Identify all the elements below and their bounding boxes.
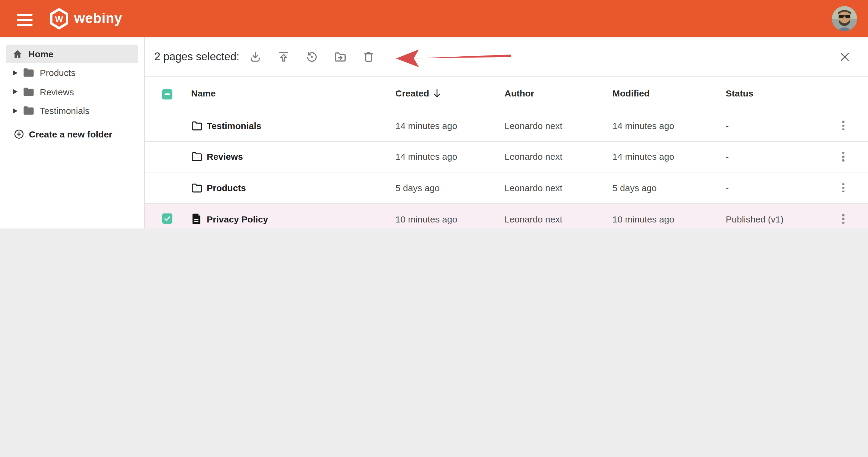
sidebar-folder-item[interactable]: Products — [0, 63, 144, 82]
close-icon — [839, 51, 850, 62]
row-modified: 10 minutes ago — [613, 214, 726, 224]
caret-right-icon[interactable] — [13, 70, 18, 75]
row-created: 14 minutes ago — [396, 121, 504, 131]
page-list-panel: 2 pages selected: — [145, 37, 868, 228]
publish-button[interactable] — [273, 47, 293, 67]
table-body: Testimonials 14 minutes ago Leonardo nex… — [145, 110, 868, 228]
row-menu-button[interactable] — [833, 178, 854, 198]
download-icon — [248, 50, 262, 64]
move-to-folder-button[interactable] — [330, 47, 350, 67]
create-folder-label: Create a new folder — [29, 129, 113, 139]
table-row[interactable]: Reviews 14 minutes ago Leonardo next 14 … — [145, 142, 868, 173]
row-name: Testimonials — [207, 121, 396, 131]
logo-letter: W — [55, 14, 63, 24]
move-to-folder-icon — [333, 50, 347, 64]
caret-right-icon[interactable] — [13, 109, 18, 113]
main-area: Home Products Reviews Testimonials — [0, 37, 868, 228]
folder-sidebar: Home Products Reviews Testimonials — [0, 37, 145, 228]
table-row[interactable]: Privacy Policy 10 minutes ago Leonardo n… — [145, 204, 868, 228]
row-menu-button[interactable] — [833, 116, 854, 136]
column-header-name[interactable]: Name — [191, 88, 396, 98]
select-all-checkbox[interactable] — [162, 89, 173, 99]
column-header-created[interactable]: Created — [396, 88, 504, 98]
table-row[interactable]: Products 5 days ago Leonardo next 5 days… — [145, 173, 868, 204]
sidebar-home-label: Home — [28, 49, 53, 59]
row-status: - — [726, 152, 833, 162]
column-header-modified[interactable]: Modified — [613, 88, 726, 98]
row-created: 14 minutes ago — [396, 152, 504, 162]
row-status: - — [726, 121, 833, 131]
row-name: Privacy Policy — [207, 214, 396, 224]
table-header: Name Created Author Modified Status — [145, 77, 868, 110]
row-menu-button[interactable] — [833, 209, 854, 228]
check-icon — [163, 214, 171, 222]
sidebar-folder-label: Reviews — [40, 87, 74, 97]
row-modified: 14 minutes ago — [613, 121, 726, 131]
folder-icon — [191, 183, 203, 193]
sort-desc-icon — [433, 89, 441, 98]
row-author: Leonardo next — [504, 214, 613, 224]
top-bar: W webiny — [0, 0, 868, 37]
row-checkbox[interactable] — [162, 213, 173, 223]
table-row[interactable]: Testimonials 14 minutes ago Leonardo nex… — [145, 110, 868, 142]
row-author: Leonardo next — [504, 121, 613, 131]
home-icon — [12, 49, 23, 59]
row-modified: 14 minutes ago — [613, 152, 726, 162]
column-header-status[interactable]: Status — [726, 88, 833, 98]
folder-icon — [23, 106, 34, 116]
delete-button[interactable] — [358, 47, 378, 67]
brand-wordmark: webiny — [74, 10, 122, 26]
column-header-author[interactable]: Author — [504, 88, 613, 98]
delete-icon — [361, 50, 375, 64]
folder-icon — [23, 87, 34, 97]
selection-count-label: 2 pages selected: — [154, 50, 239, 63]
red-arrow-annotation-toolbar — [395, 44, 513, 69]
webiny-logo-badge: W — [50, 8, 69, 30]
row-name: Products — [207, 183, 396, 193]
sidebar-folder-item[interactable]: Reviews — [0, 82, 144, 101]
folder-icon — [191, 121, 203, 131]
row-menu-button[interactable] — [833, 147, 854, 167]
row-author: Leonardo next — [504, 152, 613, 162]
sidebar-folder-label: Products — [40, 68, 75, 78]
folder-tree: Products Reviews Testimonials — [0, 63, 144, 120]
restore-icon — [305, 50, 318, 64]
row-modified: 5 days ago — [613, 183, 726, 193]
hamburger-menu-icon[interactable] — [17, 14, 33, 26]
row-status: - — [726, 183, 833, 193]
publish-icon — [276, 50, 290, 64]
plus-circle-icon — [14, 129, 24, 139]
sidebar-item-home[interactable]: Home — [6, 44, 138, 63]
close-selection-button[interactable] — [834, 47, 855, 67]
app-window: W webiny — [0, 0, 868, 228]
row-created: 10 minutes ago — [396, 214, 504, 224]
user-avatar[interactable] — [832, 6, 857, 31]
folder-icon — [23, 68, 34, 78]
download-button[interactable] — [245, 47, 265, 67]
webiny-logo: W webiny — [50, 8, 122, 30]
sidebar-folder-item[interactable]: Testimonials — [0, 101, 144, 120]
hexagon-icon: W — [50, 8, 69, 30]
avatar-photo-icon — [832, 6, 857, 31]
restore-button[interactable] — [301, 47, 322, 67]
selection-toolbar: 2 pages selected: — [145, 37, 868, 77]
row-author: Leonardo next — [504, 183, 613, 193]
page-icon — [191, 213, 201, 225]
caret-right-icon[interactable] — [13, 90, 18, 94]
sidebar-folder-label: Testimonials — [40, 106, 90, 116]
create-folder-button[interactable]: Create a new folder — [0, 126, 116, 143]
row-name: Reviews — [207, 152, 396, 162]
row-created: 5 days ago — [396, 183, 504, 193]
row-status: Published (v1) — [726, 214, 833, 224]
folder-icon — [191, 152, 203, 162]
